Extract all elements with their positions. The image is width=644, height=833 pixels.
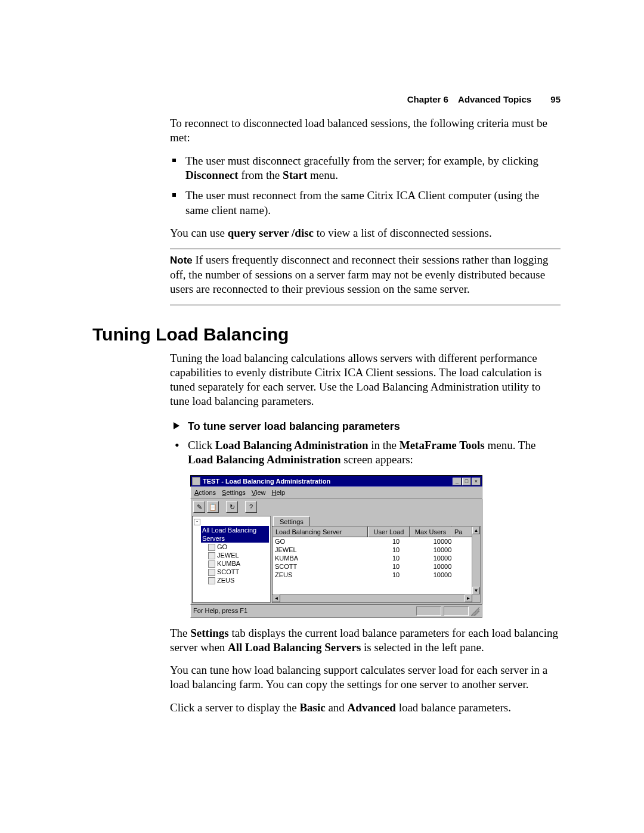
screenshot-window: TEST - Load Balancing Administratration … (190, 475, 482, 617)
listview-row[interactable]: ZEUS 10 10000 (273, 571, 480, 579)
toolbar-help-button[interactable]: ? (245, 501, 257, 513)
criteria-item: The user must disconnect gracefully from… (170, 154, 561, 183)
settings-listview[interactable]: Load Balancing Server User Load Max User… (272, 526, 481, 603)
tree-item[interactable]: SCOTT (208, 568, 269, 576)
vertical-scrollbar[interactable]: ▲ ▼ (472, 527, 480, 602)
window-title: TEST - Load Balancing Administratration (203, 477, 453, 485)
minimize-button[interactable]: _ (453, 478, 462, 485)
tree-item[interactable]: KUMBA (208, 559, 269, 568)
after-paragraph-3: Click a server to display the Basic and … (170, 701, 561, 715)
listview-row[interactable]: JEWEL 10 10000 (273, 546, 480, 554)
scroll-right-icon[interactable]: ► (465, 594, 472, 602)
server-tree[interactable]: -All Load Balancing Servers GO JEWEL KUM… (192, 516, 271, 603)
titlebar[interactable]: TEST - Load Balancing Administratration … (190, 475, 482, 487)
note-text: If users frequently disconnect and recon… (170, 253, 549, 295)
body-column: To reconnect to disconnected load balanc… (170, 116, 561, 715)
toolbar-separator (240, 501, 243, 513)
menubar[interactable]: Actions Settings View Help (190, 487, 482, 498)
col-server[interactable]: Load Balancing Server (273, 527, 368, 537)
note-block: Note If users frequently disconnect and … (170, 253, 561, 296)
note-label: Note (170, 255, 193, 266)
tree-item[interactable]: GO (208, 543, 269, 551)
menu-help[interactable]: Help (272, 488, 286, 497)
listview-row[interactable]: SCOTT 10 10000 (273, 562, 480, 571)
toolbar-copy-button[interactable]: 📋 (207, 501, 219, 513)
status-text: For Help, press F1 (193, 606, 414, 616)
close-button[interactable]: × (472, 478, 481, 485)
server-icon (208, 544, 215, 551)
tree-item[interactable]: JEWEL (208, 551, 269, 559)
status-pane (444, 606, 469, 616)
tab-settings[interactable]: Settings (273, 516, 310, 527)
app-icon (192, 477, 200, 485)
scroll-up-icon[interactable]: ▲ (472, 527, 480, 534)
note-rule-bottom (170, 305, 561, 305)
menu-view[interactable]: View (252, 488, 266, 497)
chapter-label: Chapter 6 (407, 94, 448, 104)
tab-row: Settings (272, 516, 481, 526)
col-userload[interactable]: User Load (368, 527, 410, 537)
tree-collapse-icon[interactable]: - (194, 519, 200, 525)
chapter-title: Advanced Topics (458, 94, 531, 104)
tree-item[interactable]: ZEUS (208, 576, 269, 584)
listview-row[interactable]: GO 10 10000 (273, 537, 480, 546)
section-heading: Tuning Load Balancing (92, 323, 561, 346)
page-number: 95 (550, 94, 561, 104)
server-icon (208, 561, 215, 568)
note-rule-top (170, 249, 561, 249)
toolbar-separator (221, 501, 224, 513)
right-pane: Settings Load Balancing Server User Load… (272, 516, 481, 603)
tree-root[interactable]: All Load Balancing Servers (201, 526, 269, 543)
status-pane (416, 606, 441, 616)
menu-actions[interactable]: Actions (194, 488, 216, 497)
procedure-heading: To tune server load balancing parameters (170, 420, 561, 433)
criteria-list: The user must disconnect gracefully from… (170, 154, 561, 218)
col-maxusers[interactable]: Max Users (410, 527, 451, 537)
after-paragraph-1: The Settings tab displays the current lo… (170, 626, 561, 655)
procedure-step: Click Load Balancing Administration in t… (170, 438, 561, 467)
menu-settings[interactable]: Settings (222, 488, 246, 497)
criteria-item: The user must reconnect from the same Ci… (170, 188, 561, 218)
procedure-steps: Click Load Balancing Administration in t… (170, 438, 561, 467)
horizontal-scrollbar[interactable]: ◄ ► (273, 594, 480, 602)
listview-header[interactable]: Load Balancing Server User Load Max User… (273, 527, 480, 537)
listview-row[interactable]: KUMBA 10 10000 (273, 554, 480, 562)
server-icon (208, 569, 215, 576)
intro-paragraph: To reconnect to disconnected load balanc… (170, 116, 561, 145)
server-icon (208, 552, 215, 559)
toolbar-edit-button[interactable]: ✎ (193, 501, 205, 513)
tuning-paragraph: Tuning the load balancing calculations a… (170, 351, 561, 409)
query-paragraph: You can use query server /disc to view a… (170, 226, 561, 240)
toolbar-refresh-button[interactable]: ↻ (226, 501, 238, 513)
maximize-button[interactable]: □ (462, 478, 471, 485)
page: Chapter 6 Advanced Topics 95 To reconnec… (0, 0, 644, 833)
resize-grip-icon[interactable] (471, 606, 479, 616)
server-icon (208, 577, 215, 584)
client-area: -All Load Balancing Servers GO JEWEL KUM… (190, 515, 482, 605)
statusbar: For Help, press F1 (190, 605, 482, 618)
running-header: Chapter 6 Advanced Topics 95 (407, 94, 561, 104)
toolbar: ✎ 📋 ↻ ? (190, 499, 482, 515)
after-paragraph-2: You can tune how load balancing support … (170, 663, 561, 692)
scroll-left-icon[interactable]: ◄ (273, 594, 280, 602)
